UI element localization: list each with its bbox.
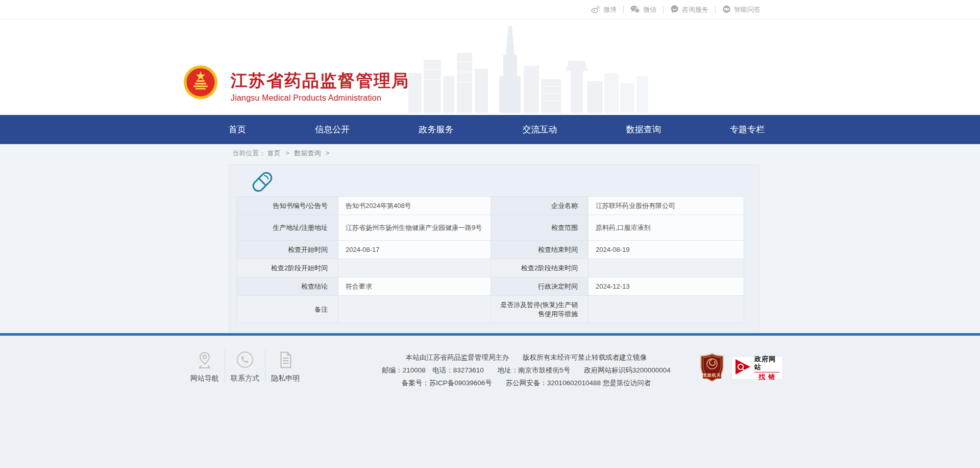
contact-label: 联系方式 bbox=[231, 374, 259, 383]
decision-date-value: 2024-12-13 bbox=[589, 277, 744, 296]
table-row: 告知书编号/公告号 告知书2024年第408号 企业名称 江苏联环药业股份有限公… bbox=[237, 197, 744, 215]
nav-item-gov-services[interactable]: 政务服务 bbox=[414, 115, 457, 144]
wechat-link[interactable]: 微信 bbox=[624, 5, 663, 15]
table-row: 检查结论 符合要求 行政决定时间 2024-12-13 bbox=[237, 277, 744, 296]
inspection-start-label: 检查开始时间 bbox=[237, 241, 338, 259]
breadcrumb: 当前位置： 首页 > 数据查询 > bbox=[232, 149, 333, 158]
footer-line-2: 邮编：210008 电话：83273610 地址：南京市鼓楼街5号 政府网站标识… bbox=[372, 364, 681, 377]
weibo-icon bbox=[591, 5, 600, 15]
main-nav: 首页 信息公开 政务服务 交流互动 数据查询 专题专栏 bbox=[0, 115, 980, 144]
footer-badges: 党政机关 政府网站 找错 bbox=[699, 353, 783, 383]
footer-copyright-text: 版权所有未经许可禁止转载或者建立镜像 bbox=[523, 354, 647, 361]
nav-item-info-disclosure[interactable]: 信息公开 bbox=[311, 115, 354, 144]
error-report-magnifier-icon bbox=[734, 358, 752, 378]
footer-quick-links: 网站导航 联系方式 bbox=[185, 349, 305, 383]
footer-site-id: 政府网站标识码3200000004 bbox=[584, 366, 671, 374]
footer-info-text: 本站由江苏省药品监督管理局主办 版权所有未经许可禁止转载或者建立镜像 邮编：21… bbox=[372, 351, 681, 389]
breadcrumb-data-query-link[interactable]: 数据查询 bbox=[294, 149, 321, 157]
pill-icon bbox=[251, 170, 275, 195]
top-utility-links: 微博 微信 bbox=[584, 0, 767, 19]
suspension-measures-value bbox=[589, 296, 744, 323]
privacy-label: 隐私申明 bbox=[271, 374, 300, 383]
table-row: 生产地址/注册地址 江苏省扬州市扬州生物健康产业园健康一路9号 检查范围 原料药… bbox=[237, 215, 744, 241]
inspection-start-value: 2024-08-17 bbox=[338, 241, 491, 259]
conclusion-value: 符合要求 bbox=[338, 277, 491, 296]
inspection-end-label: 检查结束时间 bbox=[491, 241, 589, 259]
suspension-measures-label: 是否涉及暂停(恢复)生产销售使用等措施 bbox=[491, 296, 589, 323]
page: 微博 微信 bbox=[0, 0, 980, 468]
address-value: 江苏省扬州市扬州生物健康产业园健康一路9号 bbox=[338, 215, 491, 241]
nav-item-home[interactable]: 首页 bbox=[225, 115, 250, 144]
consult-service-label: 咨询服务 bbox=[682, 5, 708, 14]
phone-icon bbox=[235, 349, 255, 369]
inspection-record-table: 告知书编号/公告号 告知书2024年第408号 企业名称 江苏联环药业股份有限公… bbox=[236, 196, 744, 323]
breadcrumb-prefix: 当前位置： bbox=[232, 149, 265, 157]
site-header: 江苏省药品监督管理局 Jiangsu Medical Products Admi… bbox=[0, 20, 980, 115]
company-name-value: 江苏联环药业股份有限公司 bbox=[589, 197, 744, 215]
decision-date-label: 行政决定时间 bbox=[491, 277, 589, 296]
smart-qa-label: 智能问答 bbox=[734, 5, 761, 14]
contact-link[interactable]: 联系方式 bbox=[225, 349, 265, 383]
footer-icp-number: 备案号：苏ICP备09039606号 bbox=[402, 379, 492, 387]
site-title-chinese: 江苏省药品监督管理局 bbox=[231, 72, 409, 90]
table-row: 备注 是否涉及暂停(恢复)生产销售使用等措施 bbox=[237, 296, 744, 323]
consult-icon bbox=[670, 5, 679, 15]
site-map-label: 网站导航 bbox=[190, 374, 219, 383]
footer-line-3: 备案号：苏ICP备09039606号 苏公网安备：32010602010488 … bbox=[372, 377, 681, 389]
remarks-label: 备注 bbox=[237, 296, 338, 323]
inspection-scope-value: 原料药,口服溶液剂 bbox=[589, 215, 744, 241]
site-title-english: Jiangsu Medical Products Administration bbox=[231, 93, 409, 103]
gov-site-badge-top-label: 政府网站 bbox=[754, 355, 779, 371]
party-gov-shield-badge[interactable]: 党政机关 bbox=[699, 353, 725, 383]
footer-security-number: 苏公网安备：32010602010488 您是第位访问者 bbox=[506, 379, 651, 387]
wechat-label: 微信 bbox=[643, 5, 656, 14]
remarks-value bbox=[338, 296, 491, 323]
privacy-doc-icon bbox=[278, 349, 293, 369]
gov-site-error-report-badge[interactable]: 政府网站 找错 bbox=[731, 356, 783, 380]
breadcrumb-home-link[interactable]: 首页 bbox=[267, 149, 281, 157]
footer-host-text: 本站由江苏省药品监督管理局主办 bbox=[406, 354, 509, 361]
company-name-label: 企业名称 bbox=[491, 197, 589, 215]
content-area: 当前位置： 首页 > 数据查询 > 告知书编号/公告号 bbox=[0, 144, 980, 333]
notice-number-label: 告知书编号/公告号 bbox=[237, 197, 338, 215]
nav-item-data-query[interactable]: 数据查询 bbox=[622, 115, 665, 144]
city-skyline-decoration bbox=[408, 26, 648, 115]
phase2-end-label: 检查2阶段结束时间 bbox=[491, 259, 589, 277]
weibo-link[interactable]: 微博 bbox=[584, 5, 623, 15]
site-map-link[interactable]: 网站导航 bbox=[185, 349, 225, 383]
table-row: 检查开始时间 2024-08-17 检查结束时间 2024-08-19 bbox=[237, 241, 744, 259]
nav-item-interaction[interactable]: 交流互动 bbox=[519, 115, 561, 144]
notice-number-value: 告知书2024年第408号 bbox=[338, 197, 491, 215]
phase2-end-value bbox=[589, 259, 744, 277]
error-report-badge-text: 政府网站 找错 bbox=[754, 355, 779, 381]
qa-robot-icon bbox=[722, 5, 731, 15]
smart-qa-link[interactable]: 智能问答 bbox=[716, 5, 767, 15]
footer-address: 地址：南京市鼓楼街5号 bbox=[498, 366, 571, 374]
address-label: 生产地址/注册地址 bbox=[237, 215, 338, 241]
table-row: 检查2阶段开始时间 检查2阶段结束时间 bbox=[237, 259, 744, 277]
nav-item-special-topics[interactable]: 专题专栏 bbox=[726, 115, 769, 144]
phase2-start-value bbox=[338, 259, 491, 277]
top-utility-bar: 微博 微信 bbox=[0, 0, 980, 19]
weibo-label: 微博 bbox=[603, 5, 617, 14]
party-gov-badge-label: 党政机关 bbox=[699, 372, 725, 378]
footer-postcode: 邮编：210008 bbox=[382, 366, 426, 374]
footer-phone: 电话：83273610 bbox=[432, 366, 484, 374]
site-title-block[interactable]: 江苏省药品监督管理局 Jiangsu Medical Products Admi… bbox=[231, 72, 409, 103]
footer: 网站导航 联系方式 bbox=[0, 336, 980, 468]
conclusion-label: 检查结论 bbox=[237, 277, 338, 296]
footer-line-1: 本站由江苏省药品监督管理局主办 版权所有未经许可禁止转载或者建立镜像 bbox=[372, 351, 681, 364]
breadcrumb-separator: > bbox=[326, 149, 330, 157]
inspection-scope-label: 检查范围 bbox=[491, 215, 589, 241]
inspection-end-value: 2024-08-19 bbox=[589, 241, 744, 259]
breadcrumb-separator: > bbox=[285, 149, 289, 157]
national-emblem-logo bbox=[183, 65, 218, 100]
phase2-start-label: 检查2阶段开始时间 bbox=[237, 259, 338, 277]
gov-site-badge-bottom-label: 找错 bbox=[754, 372, 779, 381]
consult-service-link[interactable]: 咨询服务 bbox=[664, 5, 715, 15]
inspection-record-card: 告知书编号/公告号 告知书2024年第408号 企业名称 江苏联环药业股份有限公… bbox=[229, 165, 760, 332]
wechat-icon bbox=[630, 5, 640, 15]
map-pin-icon bbox=[196, 349, 213, 369]
main-nav-items: 首页 信息公开 政务服务 交流互动 数据查询 专题专栏 bbox=[225, 115, 769, 144]
privacy-link[interactable]: 隐私申明 bbox=[265, 349, 305, 383]
